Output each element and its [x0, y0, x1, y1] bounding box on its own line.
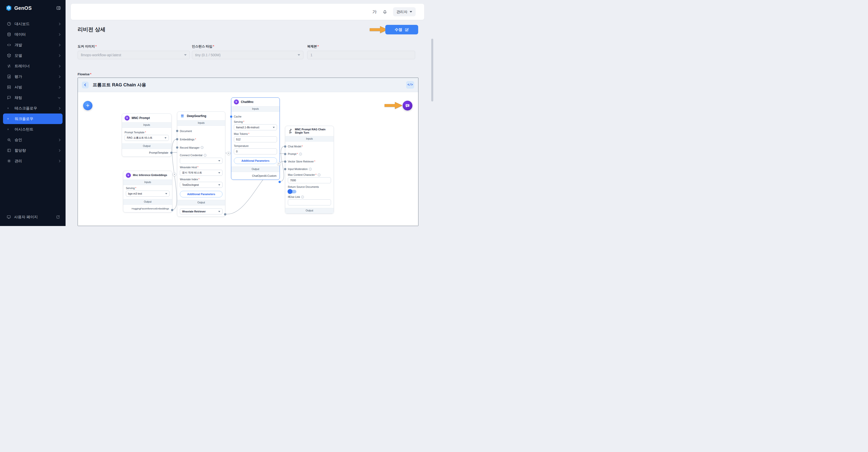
prompt-template-select[interactable]: RAG 프롬프트 테스트	[125, 135, 169, 141]
weaviate-host-select[interactable]: 문서 적재 테스트	[180, 170, 222, 176]
chevron-down-icon	[218, 184, 220, 186]
additional-parameters-button[interactable]: Additional Parameters	[234, 157, 277, 164]
sidebar-item-trainer[interactable]: 트레이너	[3, 61, 63, 71]
output-band: Output	[177, 200, 225, 205]
record-manager-port[interactable]	[176, 147, 178, 149]
output-port[interactable]	[171, 209, 173, 211]
font-size-toggle[interactable]: 가	[372, 9, 377, 15]
sidebar-item-data[interactable]: 데이터	[3, 29, 63, 40]
layers-icon	[180, 114, 185, 119]
vector-store-port[interactable]	[284, 160, 286, 163]
chevron-down-icon	[410, 11, 412, 12]
sidebar-item-assistant[interactable]: 어시스턴트	[3, 124, 63, 135]
sidebar-item-approval[interactable]: 승인	[3, 135, 63, 145]
flow-canvas[interactable]: + MNC Prompt Inputs Prompt Template* RAG…	[78, 92, 418, 226]
node-rag-chain[interactable]: QA MNC Prompt RAG Chain Single Turn Inpu…	[285, 126, 334, 214]
bullet-icon	[8, 107, 8, 109]
sparkle-icon	[234, 99, 239, 104]
temperature-input[interactable]: 0	[234, 149, 277, 155]
connect-credential-select[interactable]	[180, 158, 222, 164]
docker-image-select[interactable]: llmops-workflow-api:latest	[78, 51, 190, 59]
scrollbar-thumb[interactable]	[431, 39, 433, 101]
max-context-input[interactable]: 7000	[288, 177, 331, 183]
output-band: Output	[231, 166, 280, 172]
chat-preview-button[interactable]	[403, 101, 412, 110]
output-port[interactable]	[224, 213, 226, 216]
sidebar-collapse-icon[interactable]	[56, 5, 61, 10]
sidebar-menu: 대시보드 데이터 개발 모델 트레이너 평가 서빙 채팅	[0, 16, 66, 166]
serving-select[interactable]: llama3.1-8b-instruct	[234, 124, 277, 130]
flow-canvas-card: 프롬프트 RAG Chain 사용 </> + MNC Prompt Input…	[78, 77, 418, 226]
output-port[interactable]	[279, 181, 281, 183]
bullet-icon	[8, 118, 8, 120]
sidebar-item-serving[interactable]: 서빙	[3, 82, 63, 92]
flow-canvas-header: 프롬프트 RAG Chain 사용 </>	[78, 78, 418, 92]
info-icon: i	[318, 173, 320, 176]
sidebar-item-model[interactable]: 모델	[3, 50, 63, 61]
weaviate-index-select[interactable]: TestDocIngest	[180, 182, 222, 188]
gear-icon	[6, 159, 11, 163]
genos-logo: GenOS	[5, 5, 32, 11]
notification-bell-icon[interactable]	[382, 9, 388, 14]
delete-edge-icon[interactable]: ×	[227, 152, 230, 155]
ifelse-link-input[interactable]	[288, 199, 331, 205]
node-mnc-prompt[interactable]: MNC Prompt Inputs Prompt Template* RAG 프…	[122, 114, 172, 157]
trainer-icon	[6, 64, 11, 68]
sidebar-item-dashboard[interactable]: 대시보드	[3, 19, 63, 29]
sidebar-item-admin[interactable]: 관리	[3, 156, 63, 166]
user-menu[interactable]: 관리자	[393, 7, 416, 16]
sidebar-item-chat[interactable]: 채팅	[3, 92, 63, 103]
prompt-port[interactable]	[284, 153, 286, 155]
docker-image-field: 도커 이미지* llmops-workflow-api:latest	[78, 44, 190, 59]
max-tokens-input[interactable]: 512	[234, 136, 277, 142]
app-title: GenOS	[14, 5, 32, 11]
embeddings-port[interactable]	[176, 138, 178, 140]
delete-edge-icon[interactable]: ×	[277, 162, 281, 166]
server-icon	[6, 85, 11, 89]
code-icon	[6, 43, 11, 47]
document-port[interactable]	[176, 130, 178, 132]
node-deepsearfing[interactable]: DeepSearfing Inputs Document Embeddings*…	[177, 111, 225, 217]
node-mnc-inference-embeddings[interactable]: Mnc Inference Embeddings Inputs Serving*…	[123, 171, 172, 213]
additional-parameters-button[interactable]: Additional Parameters	[180, 191, 222, 197]
return-source-toggle[interactable]	[288, 190, 297, 193]
chat-bubble-icon	[405, 103, 410, 108]
add-node-button[interactable]: +	[83, 101, 92, 110]
cache-port[interactable]	[230, 116, 232, 118]
topbar: 가 관리자	[71, 4, 424, 20]
layout-icon	[6, 148, 11, 153]
back-button[interactable]	[82, 82, 89, 88]
replica-input[interactable]: 1	[307, 51, 415, 59]
inputs-band: Inputs	[177, 120, 225, 126]
sidebar-item-dev[interactable]: 개발	[3, 40, 63, 50]
sparkle-icon	[126, 173, 131, 178]
instance-type-field: 인스턴스 타입* tiny (0.1 / 500M)	[192, 44, 303, 59]
code-view-button[interactable]: </>	[406, 81, 414, 89]
sidebar-footer-user-page[interactable]: 사용자 페이지	[3, 212, 63, 223]
genos-logo-icon	[5, 5, 12, 11]
node-chatmnc[interactable]: ChatMnc Inputs Cache Serving* llama3.1-8…	[231, 97, 280, 180]
info-icon: i	[301, 196, 304, 198]
page-title: 리비전 상세	[78, 26, 105, 33]
instance-type-select[interactable]: tiny (0.1 / 500M)	[192, 51, 303, 59]
edit-button[interactable]: 수정	[385, 25, 418, 34]
serving-select[interactable]: bge-m3 test	[126, 191, 169, 197]
output-port[interactable]	[170, 152, 173, 154]
sidebar-item-evaluation[interactable]: 평가	[3, 71, 63, 82]
inputs-band: Inputs	[231, 106, 280, 112]
info-icon: i	[299, 153, 302, 155]
sidebar-item-taskflow[interactable]: 테스크플로우	[3, 103, 63, 114]
chevron-down-icon	[218, 160, 220, 161]
input-moderation-port[interactable]	[284, 168, 286, 170]
output-select[interactable]: Weaviate Retriever	[180, 208, 222, 215]
output-band: Output	[122, 143, 171, 149]
info-icon: i	[201, 146, 204, 149]
delete-edge-icon[interactable]: ×	[173, 172, 176, 176]
sidebar-item-quota[interactable]: 할당량	[3, 145, 63, 156]
chat-model-port[interactable]	[284, 146, 286, 148]
chevron-down-icon	[164, 137, 166, 139]
annotation-arrow-edit	[370, 26, 387, 33]
replica-field: 복제본* 1	[307, 44, 415, 59]
sidebar-item-workflow[interactable]: 워크플로우	[3, 114, 63, 124]
external-link-icon	[56, 215, 60, 219]
